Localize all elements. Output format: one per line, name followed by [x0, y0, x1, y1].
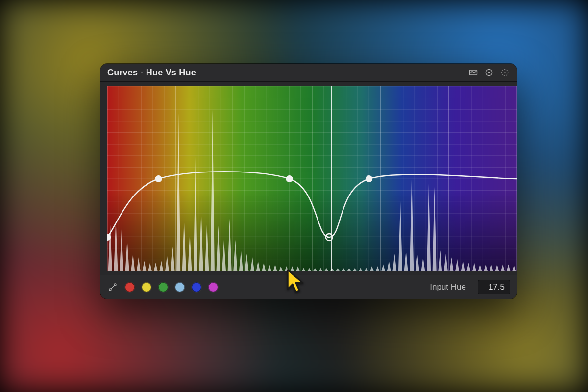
swatch-green[interactable] [158, 282, 168, 292]
hue-curve-graph[interactable] [107, 86, 517, 271]
svg-point-61 [109, 289, 111, 291]
colorwheel-alt-icon[interactable] [499, 67, 510, 78]
panel-titlebar: Curves - Hue Vs Hue [100, 64, 517, 82]
svg-point-4 [504, 72, 506, 74]
input-hue-label: Input Hue [430, 282, 466, 292]
panel-footer: Input Hue 17.5 [100, 275, 517, 299]
curves-panel: Curves - Hue Vs Hue [100, 64, 517, 299]
hue-swatches [125, 282, 218, 292]
swatch-red[interactable] [125, 282, 135, 292]
svg-point-62 [114, 284, 116, 286]
display-mode-icon[interactable] [468, 67, 479, 78]
curve-point[interactable] [366, 176, 372, 182]
panel-title: Curves - Hue Vs Hue [107, 68, 196, 78]
swatch-yellow[interactable] [142, 282, 151, 292]
graph-canvas[interactable] [107, 86, 517, 271]
swatch-magenta[interactable] [208, 282, 218, 292]
swatch-cyan[interactable] [175, 282, 185, 292]
input-hue-value[interactable]: 17.5 [478, 280, 510, 294]
curve-point[interactable] [286, 176, 293, 182]
eyedropper-icon[interactable] [107, 282, 118, 293]
swatch-blue[interactable] [192, 282, 201, 292]
svg-point-2 [488, 72, 490, 74]
curve-point[interactable] [155, 176, 162, 182]
colorwheel-icon[interactable] [484, 67, 494, 78]
